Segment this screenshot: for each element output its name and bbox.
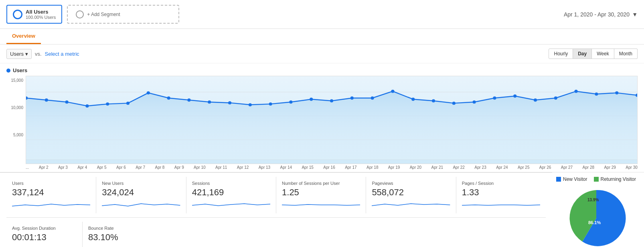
- tab-overview[interactable]: Overview: [6, 29, 41, 44]
- date-range-chevron: ▼: [632, 11, 638, 18]
- pie-legend: New Visitor Returning Visitor: [556, 176, 636, 182]
- svg-point-8: [106, 102, 109, 105]
- metric-dropdown[interactable]: Users ▾: [6, 49, 32, 59]
- add-segment-button[interactable]: + Add Segment: [67, 5, 179, 24]
- svg-point-9: [126, 101, 130, 105]
- svg-point-25: [452, 101, 456, 105]
- date-range-text: Apr 1, 2020 - Apr 30, 2020: [564, 11, 630, 18]
- svg-point-6: [65, 100, 69, 103]
- metric-value-avg-duration: 00:01:13: [12, 232, 77, 243]
- pie-legend-returning-visitor: Returning Visitor: [594, 176, 636, 182]
- metric-card-sessions-per-user: Number of Sessions per User 1.25: [276, 177, 366, 213]
- metric-sparkline-pageviews: [372, 200, 450, 209]
- svg-point-13: [208, 100, 211, 103]
- x-label-apr4: Apr 4: [77, 165, 87, 170]
- metric-card-avg-duration: Avg. Session Duration 00:01:13: [6, 222, 83, 247]
- metric-sparkline-sessions-per-user: [282, 200, 360, 209]
- x-label-apr3: Apr 3: [58, 165, 68, 170]
- metric-title-pages-per-session: Pages / Session: [462, 181, 540, 186]
- date-range[interactable]: Apr 1, 2020 - Apr 30, 2020 ▼: [564, 11, 638, 18]
- metric-value-bounce-rate: 83.10%: [88, 232, 153, 243]
- svg-point-27: [493, 97, 496, 100]
- pie-chart-svg: 86.1% 13.9%: [564, 186, 628, 247]
- svg-point-26: [473, 100, 476, 103]
- x-label-apr13: Apr 13: [259, 165, 270, 170]
- top-bar: All Users 100.00% Users + Add Segment Ap…: [0, 0, 644, 29]
- svg-point-5: [45, 98, 48, 101]
- metric-sparkline-sessions: [192, 200, 270, 209]
- chart-legend-label: Users: [13, 67, 27, 73]
- metric-sparkline-avg-duration: [12, 245, 77, 247]
- x-label-apr26: Apr 26: [539, 165, 551, 170]
- vs-text: vs.: [35, 51, 42, 57]
- x-label-apr14: Apr 14: [280, 165, 292, 170]
- metric-title-bounce-rate: Bounce Rate: [88, 226, 153, 231]
- svg-point-16: [269, 102, 272, 105]
- svg-point-31: [575, 90, 578, 93]
- metrics-row-1: Users 337,124 New Users 324,024 Se: [0, 172, 552, 217]
- chart-area: Users 15,000 10,000 5,000: [0, 63, 644, 172]
- svg-point-24: [432, 99, 435, 102]
- time-btn-hourly[interactable]: Hourly: [549, 49, 573, 59]
- metrics-row-2: Avg. Session Duration 00:01:13 Bounce Ra…: [0, 218, 552, 247]
- add-segment-label: + Add Segment: [87, 12, 120, 17]
- time-btn-month[interactable]: Month: [614, 49, 638, 59]
- metric-title-users: Users: [12, 181, 90, 186]
- y-label-15k: 15,000: [11, 78, 23, 83]
- x-label-apr17: Apr 17: [345, 165, 356, 170]
- x-label-apr7: Apr 7: [136, 165, 145, 170]
- returning-visitor-label: Returning Visitor: [601, 176, 636, 182]
- chart-legend: Users: [6, 67, 638, 73]
- time-btn-day[interactable]: Day: [573, 49, 592, 59]
- metric-dropdown-label: Users: [10, 51, 24, 57]
- new-visitor-color-box: [556, 177, 561, 182]
- returning-visitor-color-box: [594, 177, 599, 182]
- chart-wrapper: [26, 76, 638, 164]
- svg-point-14: [228, 101, 231, 104]
- x-label-apr19: Apr 19: [388, 165, 400, 170]
- pie-legend-new-visitor: New Visitor: [556, 176, 587, 182]
- svg-point-20: [350, 97, 354, 100]
- metric-dropdown-chevron: ▾: [25, 51, 28, 57]
- main-chart-svg: [26, 76, 637, 164]
- x-label-apr5: Apr 5: [97, 165, 107, 170]
- svg-point-29: [534, 98, 537, 101]
- metric-title-pageviews: Pageviews: [372, 181, 450, 186]
- svg-point-32: [595, 93, 598, 96]
- metric-sparkline-bounce-rate: [88, 245, 153, 247]
- select-metric-link[interactable]: Select a metric: [45, 51, 79, 57]
- x-label-apr28: Apr 28: [583, 165, 594, 170]
- y-label-5k: 5,000: [13, 133, 23, 137]
- svg-point-12: [187, 98, 190, 101]
- time-buttons: Hourly Day Week Month: [549, 49, 638, 59]
- segments-container: All Users 100.00% Users + Add Segment: [6, 5, 179, 24]
- segment-sub: 100.00% Users: [26, 15, 56, 20]
- svg-point-19: [330, 99, 333, 102]
- svg-point-28: [513, 95, 516, 98]
- metric-sparkline-new-users: [102, 200, 180, 209]
- x-label-apr8: Apr 8: [155, 165, 165, 170]
- pie-label-returning-pct: 13.9%: [587, 198, 599, 202]
- segment-name: All Users: [26, 9, 56, 15]
- svg-point-33: [615, 91, 618, 95]
- metric-value-new-users: 324,024: [102, 187, 180, 198]
- x-label-apr22: Apr 22: [453, 165, 464, 170]
- x-label-apr9: Apr 9: [174, 165, 184, 170]
- segment-info: All Users 100.00% Users: [26, 9, 56, 20]
- metric-card-new-users: New Users 324,024: [96, 177, 186, 213]
- metric-value-users: 337,124: [12, 187, 90, 198]
- all-users-segment[interactable]: All Users 100.00% Users: [6, 5, 62, 24]
- time-btn-week[interactable]: Week: [592, 49, 614, 59]
- svg-point-10: [147, 91, 150, 95]
- metric-title-avg-duration: Avg. Session Duration: [12, 226, 77, 231]
- pie-label-new-pct: 86.1%: [588, 220, 601, 225]
- x-label-apr11: Apr 11: [215, 165, 227, 170]
- x-label-apr15: Apr 15: [302, 165, 313, 170]
- controls-bar: Users ▾ vs. Select a metric Hourly Day W…: [0, 45, 644, 63]
- x-label-apr10: Apr 10: [194, 165, 205, 170]
- metric-title-sessions-per-user: Number of Sessions per User: [282, 181, 360, 186]
- segment-circle-icon: [13, 10, 22, 19]
- tabs-bar: Overview: [0, 29, 644, 45]
- metric-value-pages-per-session: 1.33: [462, 187, 540, 198]
- pie-section: New Visitor Returning Visitor 86.1% 13.9…: [552, 172, 644, 247]
